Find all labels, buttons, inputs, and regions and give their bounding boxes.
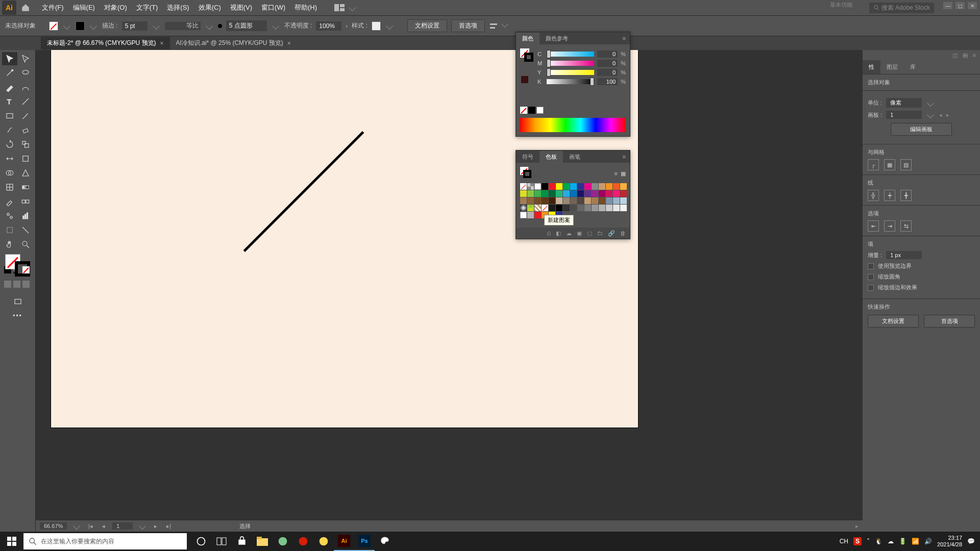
swatch[interactable] bbox=[620, 197, 627, 204]
swatch[interactable] bbox=[584, 183, 591, 190]
panel-layout-icon[interactable]: ▤ bbox=[963, 52, 968, 58]
gradient-tool[interactable] bbox=[18, 181, 34, 194]
symbols-tab[interactable]: 符号 bbox=[516, 151, 540, 163]
cortana-icon[interactable] bbox=[191, 532, 211, 551]
swatch[interactable] bbox=[534, 183, 541, 190]
paintbrush-tool[interactable] bbox=[18, 109, 34, 122]
close-icon[interactable]: × bbox=[160, 40, 164, 47]
chevron-down-icon[interactable] bbox=[63, 22, 70, 29]
chevron-down-icon[interactable] bbox=[139, 522, 146, 530]
quick-doc-setup-button[interactable]: 文档设置 bbox=[868, 315, 919, 328]
color-group-icon[interactable]: ▣ bbox=[577, 230, 582, 237]
swatch[interactable] bbox=[599, 190, 605, 197]
stroke-profile[interactable]: 等比 bbox=[165, 22, 201, 30]
swatch[interactable] bbox=[592, 197, 598, 204]
chevron-down-icon[interactable] bbox=[927, 111, 934, 118]
app-icon[interactable] bbox=[313, 532, 334, 551]
transparency-grid-icon[interactable]: ▧ bbox=[900, 159, 912, 170]
opacity-field[interactable]: 100% bbox=[316, 21, 341, 31]
swatch[interactable] bbox=[549, 205, 555, 211]
line-tool[interactable] bbox=[18, 95, 34, 108]
snap-grid-icon[interactable]: ╋ bbox=[900, 190, 912, 201]
draw-mode-icon[interactable] bbox=[22, 281, 30, 288]
swatch-options-icon[interactable]: ☁ bbox=[566, 230, 572, 237]
swatch[interactable] bbox=[520, 197, 527, 204]
quick-prefs-button[interactable]: 首选项 bbox=[924, 315, 975, 328]
swatch[interactable] bbox=[592, 190, 598, 197]
blend-tool[interactable] bbox=[18, 195, 34, 208]
prev-page-button[interactable]: ◂ bbox=[100, 523, 107, 530]
brush-field[interactable]: 5 点圆形 bbox=[226, 20, 267, 31]
swatch[interactable] bbox=[606, 205, 612, 211]
start-button[interactable] bbox=[0, 532, 23, 551]
close-button[interactable]: ✕ bbox=[968, 2, 977, 9]
swatch[interactable] bbox=[592, 205, 598, 211]
panel-layout-icon[interactable]: ◫ bbox=[952, 52, 958, 58]
explorer-icon[interactable] bbox=[252, 532, 273, 551]
swatch[interactable] bbox=[613, 183, 620, 190]
color-guide-tab[interactable]: 颜色参考 bbox=[540, 33, 574, 44]
chevron-down-icon[interactable] bbox=[153, 22, 160, 29]
swatch[interactable] bbox=[549, 190, 555, 197]
swatch[interactable] bbox=[556, 183, 562, 190]
k-slider[interactable] bbox=[547, 79, 594, 84]
panel-menu-icon[interactable]: ≡ bbox=[619, 35, 630, 41]
swatch[interactable] bbox=[620, 205, 627, 211]
y-value[interactable]: 0 bbox=[597, 69, 618, 76]
screen-mode-button[interactable] bbox=[2, 295, 33, 308]
swatch[interactable] bbox=[542, 197, 548, 204]
swatch[interactable] bbox=[577, 183, 584, 190]
home-button[interactable] bbox=[18, 1, 33, 15]
color-mode-none[interactable] bbox=[22, 266, 30, 273]
swatch[interactable] bbox=[534, 197, 541, 204]
netease-icon[interactable] bbox=[293, 532, 313, 551]
graph-tool[interactable] bbox=[18, 209, 34, 222]
ime-sogou-icon[interactable]: S bbox=[853, 537, 862, 545]
swatch[interactable] bbox=[599, 205, 605, 211]
list-view-icon[interactable]: ≡ bbox=[615, 170, 618, 177]
slice-tool[interactable] bbox=[18, 223, 34, 237]
swatch[interactable] bbox=[556, 190, 562, 197]
ime-indicator[interactable]: CH bbox=[840, 538, 848, 545]
chevron-down-icon[interactable] bbox=[90, 22, 97, 29]
edit-toolbar-button[interactable]: ••• bbox=[2, 309, 33, 322]
brushes-tab[interactable]: 画笔 bbox=[563, 151, 586, 163]
last-page-button[interactable]: ▸| bbox=[164, 523, 173, 530]
swatch[interactable] bbox=[520, 183, 527, 190]
tray-wifi-icon[interactable]: 📶 bbox=[912, 538, 919, 545]
swatch[interactable] bbox=[520, 205, 527, 211]
curvature-tool[interactable] bbox=[18, 81, 34, 94]
menu-type[interactable]: 文字(T) bbox=[132, 1, 162, 14]
swatch-kind-icon[interactable]: ◧ bbox=[556, 230, 561, 237]
swatch[interactable] bbox=[527, 190, 534, 197]
swatch[interactable] bbox=[549, 197, 555, 204]
snap-pixel-icon[interactable]: ╬ bbox=[868, 190, 879, 201]
selection-tool[interactable] bbox=[2, 52, 17, 65]
swatch[interactable] bbox=[520, 212, 527, 218]
use-preview-checkbox[interactable] bbox=[868, 263, 874, 269]
artboard-number[interactable]: 1 bbox=[112, 522, 133, 530]
next-artboard-button[interactable]: ▸ bbox=[946, 112, 949, 118]
pen-tool[interactable] bbox=[2, 81, 17, 94]
swatch[interactable] bbox=[527, 183, 534, 190]
fill-swatch[interactable] bbox=[49, 21, 58, 31]
preferences-button[interactable]: 首选项 bbox=[451, 19, 485, 32]
swatches-tab[interactable]: 色板 bbox=[540, 151, 563, 163]
c-value[interactable]: 0 bbox=[597, 51, 618, 58]
screen-mode-row[interactable] bbox=[2, 281, 33, 289]
free-transform-tool[interactable] bbox=[18, 152, 34, 165]
swatch[interactable] bbox=[527, 205, 534, 211]
align-option-icon[interactable]: ⇆ bbox=[900, 220, 912, 232]
grid-icon[interactable]: ▦ bbox=[884, 159, 895, 170]
draw-mode-icon[interactable] bbox=[4, 281, 11, 288]
swatch[interactable] bbox=[563, 190, 570, 197]
magic-wand-tool[interactable] bbox=[2, 66, 17, 80]
photoshop-taskbar-icon[interactable]: Ps bbox=[354, 532, 375, 551]
scale-tool[interactable] bbox=[18, 138, 34, 151]
white-swatch[interactable] bbox=[536, 107, 544, 114]
swatch[interactable] bbox=[570, 183, 577, 190]
line-artwork[interactable] bbox=[219, 106, 388, 274]
swatch[interactable] bbox=[577, 205, 584, 211]
swatch[interactable] bbox=[584, 197, 591, 204]
k-value[interactable]: 100 bbox=[597, 78, 618, 85]
